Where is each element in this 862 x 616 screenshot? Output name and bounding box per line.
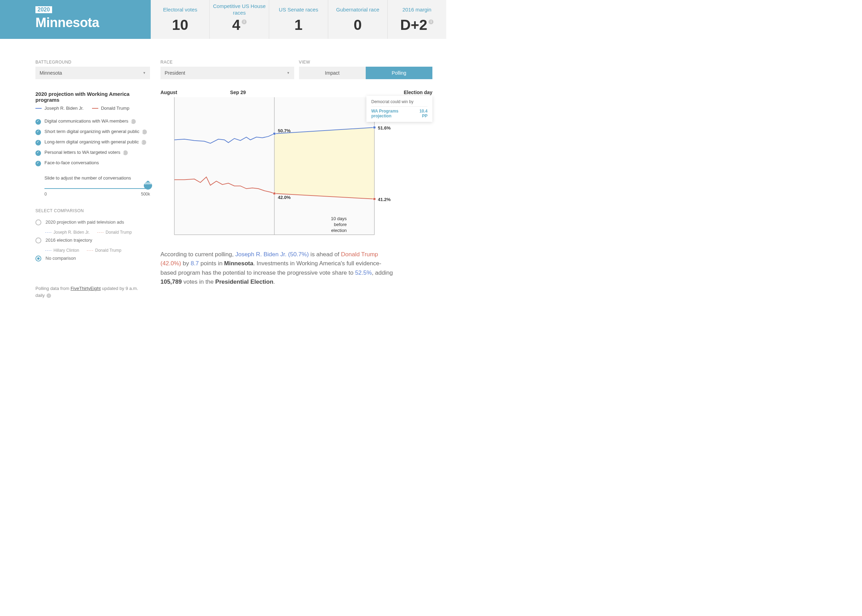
check-icon (35, 140, 41, 146)
radio-icon (35, 220, 41, 225)
check-icon (35, 119, 41, 125)
race-label: RACE (160, 60, 294, 64)
summary-race: Presidential Election (216, 278, 273, 285)
check-icon (35, 161, 41, 166)
stat-label: Competitive US House races (210, 3, 269, 17)
slider-value-label: 500k (145, 182, 151, 185)
legend-item: Joseph R. Biden Jr. (35, 105, 84, 111)
view-label: VIEW (299, 60, 433, 64)
chart-tick-election: Election day (302, 90, 433, 95)
dashed-swatch (45, 250, 51, 251)
stat-value: 4i (210, 17, 269, 33)
sidebar: BATTLEGROUND Minnesota 2020 projection w… (35, 60, 150, 299)
battleground-value: Minnesota (39, 70, 62, 76)
comparison-radio[interactable]: No comparison (35, 253, 150, 264)
stat-value: 1 (269, 17, 328, 33)
info-icon[interactable]: i (47, 294, 51, 298)
footnote: Polling data from FiveThirtyEight update… (35, 285, 140, 299)
stat-cell: Competitive US House races4i (209, 0, 269, 39)
race-dropdown[interactable]: President (160, 67, 294, 79)
check-icon (35, 129, 41, 135)
year-badge: 2020 (35, 6, 52, 13)
svg-point-8 (373, 198, 376, 200)
program-item[interactable]: Face-to-face conversations (35, 158, 150, 168)
comparison-list: 2020 projection with paid television ads… (35, 217, 150, 264)
race-value: President (165, 70, 185, 76)
dashed-swatch (97, 232, 104, 233)
tooltip-title: Democrat could win by (371, 99, 428, 107)
dashed-swatch (45, 232, 51, 233)
stat-value: D+2i (388, 17, 446, 33)
check-icon (35, 150, 41, 156)
comparison-radio[interactable]: 2020 projection with paid television ads (35, 217, 150, 228)
summary-target-pct: 52.5% (355, 269, 371, 276)
dashed-swatch (87, 250, 93, 251)
slider-max: 500k (141, 192, 150, 196)
summary-state: Minnesota (224, 260, 253, 267)
chart-tick-august: August (160, 90, 174, 95)
view-toggle: ImpactPolling (299, 67, 433, 79)
comparison-radio[interactable]: 2016 election trajectory (35, 235, 150, 246)
stat-cell: US Senate races1 (269, 0, 328, 39)
info-icon[interactable]: i (242, 19, 247, 24)
view-btn-polling[interactable]: Polling (366, 67, 433, 79)
slider-handle[interactable]: 500k (143, 181, 153, 190)
svg-point-7 (273, 192, 276, 195)
stat-label: 2016 margin (388, 3, 446, 17)
stat-cell: Gubernatorial race0 (328, 0, 387, 39)
program-list: Digital communications with WA members i… (35, 116, 150, 168)
program-item[interactable]: Short term digital organizing with gener… (35, 127, 150, 137)
radio-icon (35, 237, 41, 244)
biden-mid-label: 50.7% (278, 128, 291, 134)
view-btn-impact[interactable]: Impact (299, 67, 366, 79)
content: RACE President VIEW ImpactPolling August… (160, 60, 446, 299)
trump-end-label: 41.2% (378, 197, 391, 202)
trump-mid-label: 42.0% (278, 195, 291, 200)
program-item[interactable]: Digital communications with WA members i (35, 116, 150, 127)
stat-label: Gubernatorial race (328, 3, 387, 17)
summary-votes: 105,789 (160, 278, 182, 285)
radio-icon (35, 256, 41, 261)
info-icon[interactable]: i (429, 19, 433, 24)
chart-area: August Sep 29 Election day Democrat coul… (160, 90, 433, 240)
info-icon[interactable]: i (142, 140, 146, 145)
battleground-label: BATTLEGROUND (35, 60, 150, 64)
info-icon[interactable]: i (142, 129, 147, 134)
comparison-label: SELECT COMPARISON (35, 208, 150, 213)
tooltip-row-value: 10.4 PP (416, 109, 428, 118)
biden-end-label: 51.6% (378, 125, 391, 130)
info-icon[interactable]: i (131, 119, 136, 124)
stats-row: Electoral votes10Competitive US House ra… (151, 0, 446, 39)
polling-chart (160, 97, 383, 240)
legend: Joseph R. Biden Jr.Donald Trump (35, 105, 150, 111)
battleground-dropdown[interactable]: Minnesota (35, 67, 150, 79)
header-row: 2020 Minnesota Electoral votes10Competit… (0, 0, 446, 39)
stat-value: 0 (328, 17, 387, 33)
summary-text: According to current polling, Joseph R. … (160, 250, 396, 286)
slider-min: 0 (44, 192, 47, 196)
state-name: Minnesota (35, 15, 143, 30)
tooltip-row-label: WA Programs projection (371, 109, 416, 118)
info-icon[interactable]: i (123, 150, 128, 155)
stat-label: US Senate races (269, 3, 328, 17)
slider-caption: Slide to adjust the number of conversati… (44, 175, 150, 181)
chart-tick-sep29: Sep 29 (174, 90, 302, 95)
title-block: 2020 Minnesota (0, 0, 151, 39)
legend-item: Donald Trump (92, 105, 129, 111)
svg-point-5 (273, 132, 276, 135)
svg-point-6 (373, 126, 376, 129)
legend-swatch (35, 108, 42, 109)
projection-title: 2020 projection with Working America pro… (35, 91, 150, 103)
stat-value: 10 (151, 17, 209, 33)
program-item[interactable]: Long-term digital organizing with genera… (35, 137, 150, 148)
days-before-note: 10 daysbeforeelection (331, 216, 347, 234)
stat-cell: Electoral votes10 (151, 0, 209, 39)
legend-swatch (92, 108, 98, 109)
conversations-slider[interactable]: 500k (44, 188, 150, 189)
summary-margin: 8.7 (191, 260, 199, 267)
footnote-source-link[interactable]: FiveThirtyEight (71, 286, 101, 291)
stat-cell: 2016 marginD+2i (387, 0, 446, 39)
summary-candidate-a: Joseph R. Biden Jr. (50.7%) (235, 251, 309, 258)
program-item[interactable]: Personal letters to WA targeted voters i (35, 148, 150, 158)
projection-tooltip: Democrat could win by WA Programs projec… (367, 96, 433, 122)
